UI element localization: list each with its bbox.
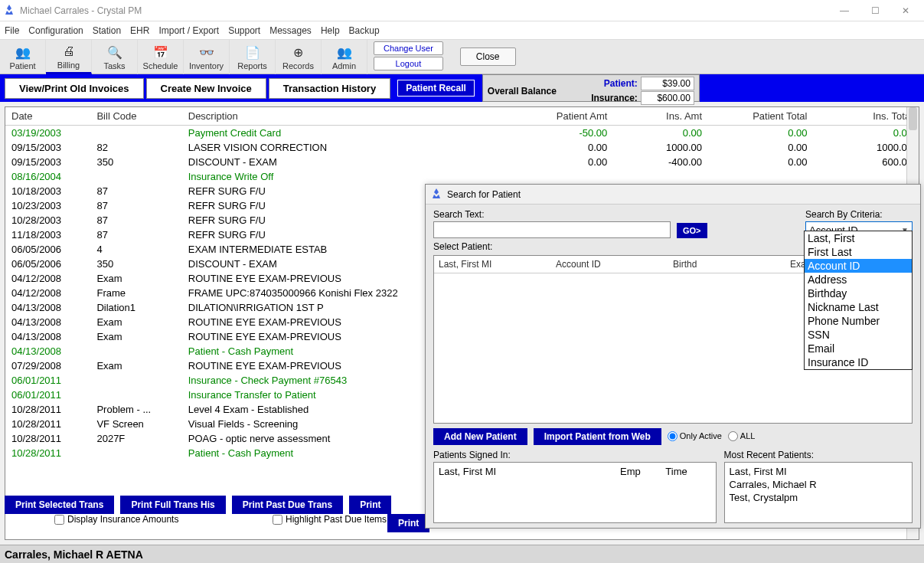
main-toolbar: 👥Patient 🖨Billing 🔍Tasks 📅Schedule 👓Inve… (0, 40, 924, 74)
search-text-input[interactable] (433, 221, 671, 238)
all-radio[interactable]: ALL (728, 431, 756, 441)
people-icon: 👥 (15, 44, 31, 61)
toolbar-billing[interactable]: 🖨Billing (46, 40, 92, 74)
print-button-5[interactable]: Print (387, 514, 429, 532)
grid-col-account[interactable]: Account ID (556, 259, 673, 270)
menu-ehr[interactable]: EHR (130, 25, 149, 36)
records-icon: ⊕ (290, 44, 307, 61)
close-button[interactable]: Close (460, 47, 516, 66)
highlight-past-due-checkbox[interactable]: Highlight Past Due Items (273, 514, 387, 525)
search-patient-dialog: Search for Patient Search Text: GO> Sear… (425, 184, 921, 529)
signed-in-label: Patients Signed In: (433, 450, 717, 460)
signed-in-list[interactable]: Last, First MI Emp Time (433, 462, 717, 523)
print-full-button[interactable]: Print Full Trans His (120, 496, 225, 514)
toolbar-inventory[interactable]: 👓Inventory (184, 40, 230, 74)
dropdown-option[interactable]: First Last (805, 245, 912, 259)
col-patient-total[interactable]: Patient Total (708, 107, 813, 126)
col-ins-total[interactable]: Ins. Total (813, 107, 919, 126)
menu-help[interactable]: Help (321, 25, 340, 36)
menu-file[interactable]: File (5, 25, 19, 36)
list-item[interactable]: Last, First MI (730, 465, 907, 478)
maximize-button[interactable]: ☐ (860, 2, 890, 20)
window-title: Michael Carrales - Crystal PM (20, 5, 829, 16)
menu-bar: File Configuration Station EHR Import / … (0, 21, 924, 40)
recent-patients-list[interactable]: Last, First MICarrales, Michael RTest, C… (724, 462, 913, 523)
menu-configuration[interactable]: Configuration (28, 25, 83, 36)
dropdown-option[interactable]: Nickname Last (805, 300, 912, 314)
dialog-titlebar[interactable]: Search for Patient (426, 185, 920, 205)
patient-recall-button[interactable]: Patient Recall (397, 80, 475, 97)
calendar-icon: 📅 (152, 44, 169, 61)
app-icon (430, 188, 442, 201)
menu-backup[interactable]: Backup (349, 25, 380, 36)
dropdown-option[interactable]: Last, First (805, 231, 912, 245)
dropdown-option[interactable]: Phone Number (805, 314, 912, 328)
col-ins-amt[interactable]: Ins. Amt (613, 107, 708, 126)
action-bar: View/Print Old Invoices Create New Invoi… (0, 74, 924, 102)
transaction-history-button[interactable]: Transaction History (269, 78, 390, 99)
toolbar-tasks[interactable]: 🔍Tasks (92, 40, 138, 74)
admin-icon: 👥 (336, 44, 353, 61)
glasses-icon: 👓 (198, 44, 215, 61)
criteria-dropdown[interactable]: Last, FirstFirst LastAccount IDAddressBi… (804, 231, 913, 370)
status-bar: Carrales, Michael R AETNA (0, 545, 924, 563)
list-item[interactable]: Carrales, Michael R (730, 478, 907, 491)
logout-button[interactable]: Logout (374, 57, 443, 70)
dropdown-option[interactable]: Insurance ID (805, 355, 912, 369)
balance-panel: Overall Balance Patient: $39.00 Insuranc… (482, 74, 700, 102)
patient-balance-value: $39.00 (641, 77, 694, 90)
list-item[interactable]: Test, Crystalpm (730, 491, 907, 504)
toolbar-patient[interactable]: 👥Patient (0, 40, 46, 74)
dropdown-option[interactable]: Account ID (805, 259, 912, 273)
table-row[interactable]: 09/15/200382LASER VISION CORRECTION0.001… (5, 140, 919, 155)
dropdown-option[interactable]: Email (805, 342, 912, 355)
print-selected-button[interactable]: Print Selected Trans (5, 496, 114, 514)
col-date[interactable]: Date (5, 107, 90, 126)
toolbar-admin[interactable]: 👥Admin (322, 40, 367, 74)
view-invoices-button[interactable]: View/Print Old Invoices (5, 78, 144, 99)
table-row[interactable]: 09/15/2003350DISCOUNT - EXAM0.00-400.000… (5, 155, 919, 169)
change-user-button[interactable]: Change User (374, 41, 443, 55)
col-billcode[interactable]: Bill Code (90, 107, 181, 126)
menu-support[interactable]: Support (228, 25, 260, 36)
create-invoice-button[interactable]: Create New Invoice (146, 78, 266, 99)
table-row[interactable]: 08/16/2004Insurance Write Off (5, 169, 919, 184)
dropdown-option[interactable]: Address (805, 273, 912, 286)
recent-label: Most Recent Patients: (724, 450, 913, 460)
print-button-4[interactable]: Print (349, 496, 391, 514)
toolbar-schedule[interactable]: 📅Schedule (138, 40, 184, 74)
dropdown-option[interactable]: Birthday (805, 286, 912, 300)
app-icon (3, 5, 15, 17)
grid-col-birthday[interactable]: Birthd (673, 259, 790, 270)
toolbar-records[interactable]: ⊕Records (276, 40, 322, 74)
grid-col-name[interactable]: Last, First MI (439, 259, 556, 270)
window-titlebar: Michael Carrales - Crystal PM — ☐ ✕ (0, 0, 924, 21)
search-text-label: Search Text: (433, 209, 671, 220)
display-insurance-checkbox[interactable]: Display Insurance Amounts (54, 514, 178, 525)
menu-station[interactable]: Station (93, 25, 121, 36)
close-window-button[interactable]: ✕ (890, 2, 921, 20)
col-description[interactable]: Description (182, 107, 519, 126)
import-patient-button[interactable]: Import Patient from Web (534, 428, 661, 445)
dialog-title: Search for Patient (447, 189, 521, 200)
minimize-button[interactable]: — (829, 2, 860, 20)
col-patient-amt[interactable]: Patient Amt (519, 107, 614, 126)
table-row[interactable]: 03/19/2003Payment Credit Card-50.000.000… (5, 126, 919, 141)
criteria-label: Search By Criteria: (805, 209, 913, 220)
reports-icon: 📄 (244, 44, 261, 61)
menu-import-export[interactable]: Import / Export (158, 25, 219, 36)
menu-messages[interactable]: Messages (269, 25, 312, 36)
balance-title: Overall Balance (488, 86, 564, 97)
billing-icon: 🖨 (60, 43, 77, 60)
print-past-due-button[interactable]: Print Past Due Trans (232, 496, 343, 514)
add-new-patient-button[interactable]: Add New Patient (433, 428, 527, 445)
only-active-radio[interactable]: Only Active (668, 431, 722, 441)
dropdown-option[interactable]: SSN (805, 328, 912, 342)
toolbar-reports[interactable]: 📄Reports (230, 40, 276, 74)
patient-balance-label: Patient: (564, 78, 641, 89)
go-button[interactable]: GO> (677, 223, 707, 238)
tasks-icon: 🔍 (106, 44, 123, 61)
status-text: Carrales, Michael R AETNA (5, 548, 143, 561)
